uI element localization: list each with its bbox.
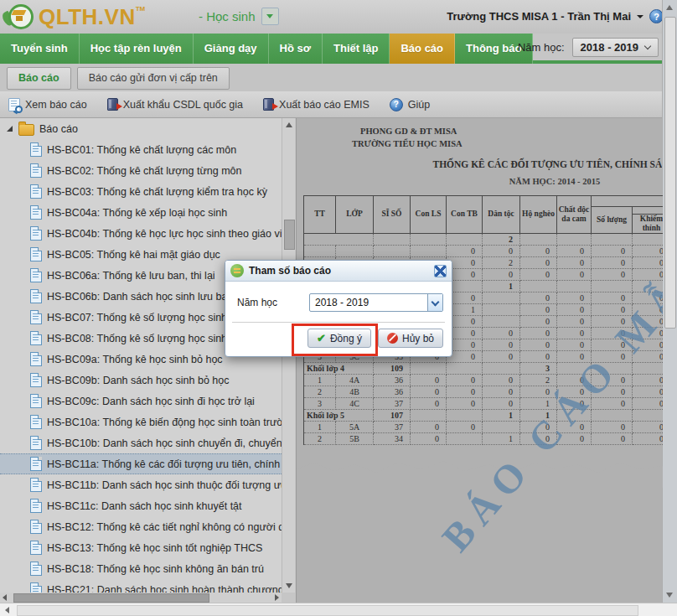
tree-item[interactable]: HS-BC01: Thống kê chất lượng các môn [0,139,282,160]
help-icon: ? [390,98,403,111]
group-header [633,207,664,215]
app-logo[interactable]: QLTH.VN TM [5,2,145,32]
table-cell: 4A [336,374,374,386]
table-cell: 0 [592,245,633,256]
table-cell [592,233,633,245]
nav-tab[interactable]: Học tập rèn luyện [80,34,194,64]
table-cell [483,362,520,374]
tree-item-label: HS-BC09b: Danh sách học sinh bỏ học [47,375,230,386]
school-year-dropdown[interactable]: 2018 - 2019 [309,293,443,312]
table-cell: 0 [557,268,592,280]
table-cell [411,233,447,245]
table-col-header: Con TB [447,196,483,234]
tree-horizontal-scrollbar[interactable] [0,593,282,603]
tree-item[interactable]: HS-BC09b: Danh sách học sinh bỏ học [0,370,282,391]
scrollbar-thumb[interactable] [664,17,676,329]
tree-item[interactable]: HS-BC03: Thống kê chất lượng kiểm tra họ… [0,181,282,202]
page-horizontal-scrollbar[interactable] [0,603,677,616]
group-label-cell: Khối lớp 4 [304,362,374,374]
table-row: Khối lớp 510711 [304,409,664,421]
tree-item[interactable]: HS-BC04b: Thống kê học lực học sinh theo… [0,223,282,244]
tree-item-label: HS-BC06b: Danh sách học sinh lưu ban, [47,291,236,303]
subtab-button[interactable]: Báo cáo gửi đơn vị cấp trên [77,67,230,90]
module-dropdown-button[interactable] [261,8,279,25]
table-cell: 0 [557,315,592,327]
scroll-down-icon[interactable] [286,583,292,588]
tree-item[interactable]: HS-BC21: Danh sách học sinh hoàn thành c… [0,579,282,593]
table-cell [633,409,664,421]
table-cell: 0 [483,245,520,256]
scrollbar-thumb[interactable] [13,593,209,603]
table-cell: 0 [483,397,520,409]
report-doc-icon [30,541,42,555]
table-cell: 2 [304,386,336,397]
toolbar-export-csdl-button[interactable]: Xuất khẩu CSDL quốc gia [107,98,243,111]
table-cell [557,233,592,245]
user-school-menu[interactable]: Trường THCS MISA 1 - Trần Thị Mai [447,10,631,23]
cancel-button[interactable]: Hủy bỏ [378,329,443,348]
nav-tab[interactable]: Tuyển sinh [0,34,80,64]
tree-item[interactable]: HS-BC10b: Danh sách học sinh chuyển đi, … [0,432,282,453]
table-cell [447,233,483,245]
tree-item-label: HS-BC18: Thống kê học sinh không ăn bán … [47,563,264,575]
nav-tab[interactable]: Giảng dạy [194,34,269,64]
scroll-up-icon[interactable] [286,122,292,127]
toolbar-view-report-button[interactable]: Xem báo cáo [8,98,87,111]
scroll-down-icon[interactable] [666,593,673,598]
scroll-up-icon[interactable] [666,5,673,10]
scrollbar-thumb[interactable] [284,220,295,250]
dialog-title: Tham số báo cáo [249,265,429,277]
scrollbar-thumb[interactable] [17,605,638,616]
nav-tab[interactable]: Báo cáo [390,34,455,64]
toolbar-label: Xuất báo cáo EMIS [279,99,370,111]
tree-item-label: HS-BC06a: Thống kê lưu ban, thi lại [47,270,215,282]
tree-item[interactable]: HS-BC13: Thống kê học sinh tốt nghiệp TH… [0,537,282,558]
scroll-left-icon[interactable] [5,607,9,613]
school-year-select[interactable]: 2018 - 2019 [572,38,659,57]
tree-root-label: Báo cáo [39,123,78,135]
close-icon[interactable] [434,265,447,277]
tree-item[interactable]: HS-BC11b: Danh sách học sinh thuộc đối t… [0,474,282,495]
tree-item-label: HS-BC08: Thống kê số lượng học sinh th [47,333,239,344]
table-cell: 0 [411,421,447,432]
subtab-button[interactable]: Báo cáo [7,67,71,90]
table-cell: 0 [557,303,592,315]
table-cell: 0 [520,256,557,268]
page-vertical-scrollbar[interactable] [662,0,677,603]
nav-tab[interactable]: Thiết lập [323,34,390,64]
report-org-line1: PHONG GD & ĐT MISA [360,127,457,136]
table-cell [336,245,374,256]
chevron-down-icon[interactable] [637,15,643,18]
report-doc-icon [30,394,42,408]
toolbar-export-emis-button[interactable]: Xuất báo cáo EMIS [263,98,370,111]
tree-item[interactable]: HS-BC18: Thống kê học sinh không ăn bán … [0,558,282,579]
tree-item[interactable]: HS-BC11c: Danh sách học sinh khuyết tật [0,495,282,516]
tree-item[interactable]: HS-BC11a: Thống kê các đối tượng ưu tiên… [0,453,282,474]
table-col-header: TT [304,196,336,234]
table-cell: 0 [592,268,633,280]
table-row: 34C370001000 [304,397,664,409]
table-cell: 1 [304,374,336,386]
tree-item[interactable]: HS-BC02: Thống kê chất lượng từng môn [0,160,282,181]
tree-item-label: HS-BC09a: Thống kê học sinh bỏ học [47,354,223,365]
scroll-right-icon[interactable] [275,594,279,601]
tree-item[interactable]: HS-BC09c: Danh sách học sinh đi học trở … [0,391,282,412]
table-cell: 0 [633,432,664,444]
tree-item[interactable]: HS-BC04a: Thống kê xếp loại học sinh [0,202,282,223]
tree-root-node[interactable]: Báo cáo [0,118,282,139]
report-doc-icon [30,310,42,324]
table-col-header: Khiếm thính [633,215,664,234]
tree-item[interactable]: HS-BC10a: Thống kê biến động học sinh to… [0,412,282,432]
table-cell [483,292,520,303]
scroll-left-icon[interactable] [3,594,7,601]
dialog-titlebar[interactable]: Tham số báo cáo [225,261,452,282]
table-cell: 4B [336,386,374,397]
nav-tab[interactable]: Hồ sơ [269,34,323,64]
table-row: 000000 [304,245,664,256]
tree-expander-icon[interactable] [7,126,13,132]
table-cell: 0 [520,339,557,350]
tree-item[interactable]: HS-BC12: Thống kê các tiết nghỉ không có… [0,516,282,537]
dropdown-button[interactable] [427,294,442,311]
table-cell [411,409,447,421]
toolbar-help-button[interactable]: ?Giúp [390,98,430,111]
